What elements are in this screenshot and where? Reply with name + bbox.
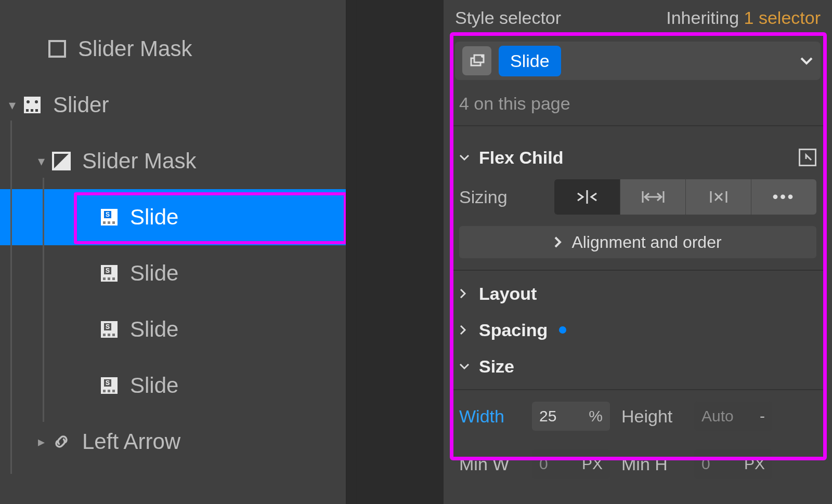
svg-point-6 bbox=[35, 100, 38, 103]
tree-item-label: Slide bbox=[130, 205, 178, 230]
tree-item-slide-4[interactable]: S Slide bbox=[0, 357, 346, 414]
chevron-right-icon bbox=[459, 288, 471, 299]
svg-rect-4 bbox=[35, 109, 38, 112]
svg-rect-30 bbox=[103, 390, 106, 392]
tree-item-label: Slider Mask bbox=[82, 149, 196, 174]
width-input[interactable]: 25 % bbox=[532, 402, 610, 431]
svg-rect-12 bbox=[103, 221, 106, 224]
minh-unit[interactable]: PX bbox=[744, 455, 765, 473]
svg-rect-20 bbox=[112, 277, 115, 280]
svg-rect-2 bbox=[26, 109, 29, 112]
layers-icon bbox=[469, 53, 485, 69]
chevron-down-icon bbox=[800, 56, 813, 65]
canvas-area bbox=[346, 0, 444, 504]
caret-down-icon[interactable]: ▾ bbox=[5, 97, 19, 113]
tree-item-slider-mask[interactable]: ▾ Slider Mask bbox=[0, 133, 346, 189]
svg-rect-13 bbox=[108, 221, 110, 224]
section-size[interactable]: Size bbox=[450, 351, 826, 382]
tree-item-label: Slide bbox=[130, 317, 178, 342]
link-icon bbox=[52, 432, 71, 451]
alignment-order-toggle[interactable]: Alignment and order bbox=[459, 226, 816, 258]
svg-text:S: S bbox=[106, 323, 110, 330]
tree-item-label: Slide bbox=[130, 373, 178, 398]
tree-item-label: Slider bbox=[53, 92, 109, 117]
square-icon bbox=[48, 39, 67, 58]
minh-label: Min H bbox=[621, 454, 688, 474]
panel-divider[interactable] bbox=[346, 0, 347, 504]
tree-item-left-arrow[interactable]: ▸ Left Arrow bbox=[0, 414, 346, 470]
section-layout[interactable]: Layout bbox=[450, 278, 826, 309]
svg-rect-24 bbox=[103, 334, 106, 336]
selector-class-tag[interactable]: Slide bbox=[499, 46, 561, 76]
chevron-right-icon bbox=[554, 236, 562, 248]
style-panel: Style selector Inheriting 1 selector Sli… bbox=[444, 0, 832, 504]
svg-rect-14 bbox=[112, 221, 115, 224]
grow-icon bbox=[642, 189, 665, 205]
modified-dot-icon bbox=[559, 326, 566, 334]
tree-item-label: Left Arrow bbox=[82, 429, 180, 454]
svg-marker-8 bbox=[53, 153, 70, 169]
selector-bar[interactable]: Slide bbox=[455, 42, 821, 80]
width-label[interactable]: Width bbox=[459, 406, 526, 427]
svg-rect-31 bbox=[108, 390, 110, 392]
minw-label: Min W bbox=[459, 454, 526, 474]
inheriting-label[interactable]: Inheriting 1 selector bbox=[666, 8, 821, 28]
section-spacing[interactable]: Spacing bbox=[450, 314, 826, 346]
section-flex-child[interactable]: Flex Child bbox=[450, 142, 826, 173]
sizing-none-button[interactable] bbox=[685, 179, 751, 215]
selector-count: 4 on this page bbox=[459, 94, 826, 114]
width-unit[interactable]: % bbox=[589, 407, 603, 425]
slide-icon: S bbox=[100, 208, 119, 227]
tree-item-label: Slider Mask bbox=[78, 36, 192, 61]
tree-item-slider-mask-top[interactable]: Slider Mask bbox=[0, 21, 346, 77]
panel-divider[interactable] bbox=[356, 0, 357, 504]
more-icon: ••• bbox=[773, 188, 796, 206]
svg-rect-25 bbox=[108, 334, 110, 336]
shrink-icon bbox=[576, 189, 599, 205]
height-unit[interactable]: - bbox=[760, 407, 765, 425]
svg-rect-26 bbox=[112, 334, 115, 336]
tree-item-slide-2[interactable]: S Slide bbox=[0, 245, 346, 301]
minw-unit[interactable]: PX bbox=[582, 455, 603, 473]
none-icon bbox=[710, 189, 727, 205]
reset-target-icon[interactable] bbox=[799, 149, 816, 166]
slider-icon bbox=[23, 96, 42, 114]
slide-icon: S bbox=[100, 264, 119, 283]
height-label: Height bbox=[621, 406, 688, 427]
svg-text:S: S bbox=[106, 211, 110, 218]
sizing-shrink-button[interactable] bbox=[554, 179, 620, 215]
style-selector-title: Style selector bbox=[455, 8, 561, 28]
minh-input[interactable]: 0 PX bbox=[694, 449, 772, 479]
svg-point-35 bbox=[481, 55, 484, 58]
selector-state-dropdown[interactable] bbox=[800, 56, 813, 65]
tree-item-slide-3[interactable]: S Slide bbox=[0, 301, 346, 357]
mask-icon bbox=[52, 152, 71, 170]
caret-down-icon[interactable]: ▾ bbox=[34, 153, 48, 169]
svg-point-5 bbox=[27, 100, 30, 103]
sizing-segmented: ••• bbox=[554, 179, 816, 215]
height-input[interactable]: Auto - bbox=[694, 402, 772, 431]
sizing-label: Sizing bbox=[459, 187, 528, 207]
slide-icon: S bbox=[100, 376, 119, 395]
chevron-down-icon bbox=[459, 363, 471, 370]
tree-item-slide-1[interactable]: S Slide bbox=[0, 189, 346, 245]
tree-item-slider[interactable]: ▾ Slider bbox=[0, 77, 346, 133]
svg-rect-3 bbox=[31, 109, 33, 112]
minw-input[interactable]: 0 PX bbox=[532, 449, 610, 479]
caret-right-icon[interactable]: ▸ bbox=[34, 434, 48, 450]
svg-rect-32 bbox=[112, 390, 115, 392]
chevron-down-icon bbox=[459, 154, 471, 161]
svg-rect-18 bbox=[103, 277, 106, 280]
sizing-more-button[interactable]: ••• bbox=[751, 179, 816, 215]
sizing-grow-button[interactable] bbox=[620, 179, 685, 215]
selector-source-button[interactable] bbox=[462, 46, 491, 75]
navigator-panel: Slider Mask ▾ Slider ▾ Slider Mask bbox=[0, 0, 346, 504]
slide-icon: S bbox=[100, 320, 119, 339]
tree-item-label: Slide bbox=[130, 261, 178, 286]
svg-rect-0 bbox=[49, 41, 65, 57]
chevron-right-icon bbox=[459, 325, 471, 335]
svg-text:S: S bbox=[106, 267, 110, 274]
svg-rect-19 bbox=[108, 277, 110, 280]
svg-text:S: S bbox=[106, 379, 110, 387]
